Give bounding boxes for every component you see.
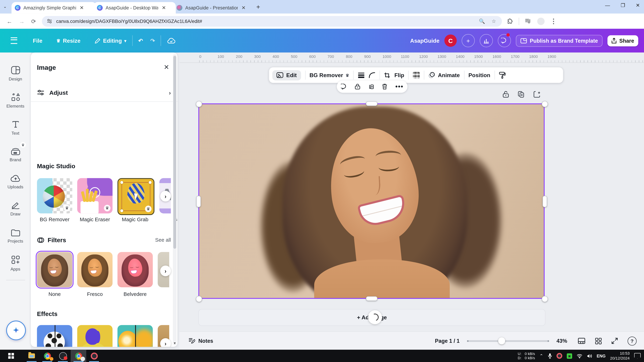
filter-belvedere-tile[interactable] bbox=[118, 252, 153, 287]
redo-button[interactable]: ↷ bbox=[150, 37, 155, 44]
main-menu-button[interactable] bbox=[11, 37, 17, 44]
tab-search-caret-icon[interactable]: ⌄ bbox=[3, 4, 7, 8]
add-page-button[interactable]: + Add page bbox=[198, 309, 546, 326]
sidebar-item-apps[interactable]: Apps bbox=[0, 250, 31, 277]
tray-recorder-icon[interactable] bbox=[556, 353, 562, 359]
filter-fresco-tile[interactable] bbox=[77, 252, 112, 287]
zoom-page-icon[interactable]: 🔍 bbox=[479, 18, 485, 24]
start-button[interactable] bbox=[3, 350, 19, 362]
effect-duotone-tile[interactable] bbox=[77, 325, 112, 347]
browser-menu-icon[interactable]: ⋮ bbox=[550, 17, 557, 25]
sidebar-item-design[interactable]: Design bbox=[0, 60, 31, 87]
sidebar-item-draw[interactable]: Draw bbox=[0, 195, 31, 222]
new-tab-button[interactable]: + bbox=[256, 3, 260, 11]
taskbar-file-explorer[interactable] bbox=[24, 350, 40, 362]
restore-button[interactable]: ❐ bbox=[621, 2, 625, 8]
animate-button[interactable]: Animate bbox=[428, 72, 460, 78]
resize-handle-nw[interactable] bbox=[196, 101, 202, 107]
resize-handle-w[interactable] bbox=[196, 196, 201, 207]
media-controls-icon[interactable] bbox=[525, 18, 532, 24]
volume-icon[interactable] bbox=[587, 354, 592, 358]
sidebar-item-text[interactable]: Text bbox=[0, 114, 31, 141]
adjust-row[interactable]: Adjust › bbox=[37, 86, 171, 99]
grid-view-icon[interactable] bbox=[595, 338, 602, 344]
site-settings-icon[interactable] bbox=[47, 18, 52, 24]
scroll-down-arrow-icon[interactable]: ▼ bbox=[173, 342, 176, 345]
sidebar-item-projects[interactable]: Projects bbox=[0, 222, 31, 250]
undo-button[interactable]: ↶ bbox=[138, 37, 143, 44]
crop-button[interactable] bbox=[384, 72, 390, 78]
magic-studio-magic-grab-tile[interactable]: ♛ bbox=[118, 178, 154, 215]
position-button[interactable]: Position bbox=[468, 72, 490, 78]
effects-scroll-right-button[interactable]: › bbox=[160, 338, 171, 347]
magic-studio-bg-remover-tile[interactable]: ♛ bbox=[37, 178, 72, 214]
browser-tab-1[interactable]: C Amazingly Simple Graphic Desi ✕ bbox=[12, 2, 96, 14]
copy-style-button[interactable] bbox=[499, 72, 506, 79]
filters-see-all-link[interactable]: See all bbox=[155, 237, 171, 243]
tab-close-icon[interactable]: ✕ bbox=[79, 5, 85, 11]
insights-button[interactable] bbox=[480, 34, 493, 47]
edit-image-button[interactable]: Edit bbox=[272, 70, 301, 80]
panel-scrollbar[interactable]: ▼ bbox=[173, 54, 176, 345]
share-button[interactable]: Share bbox=[608, 35, 638, 46]
add-page-icon[interactable] bbox=[534, 91, 540, 98]
wifi-icon[interactable] bbox=[576, 354, 582, 358]
resize-handle-se[interactable] bbox=[542, 296, 548, 302]
resize-handle-s[interactable] bbox=[366, 296, 378, 301]
duplicate-page-icon[interactable] bbox=[518, 91, 524, 98]
tray-expand-icon[interactable]: ⌃ bbox=[540, 353, 544, 359]
tab-close-icon[interactable]: ✕ bbox=[240, 5, 246, 11]
add-member-button[interactable]: + bbox=[462, 34, 475, 47]
effect-shadows-tile[interactable] bbox=[37, 325, 72, 347]
taskbar-obs[interactable] bbox=[55, 350, 70, 362]
sidebar-item-uploads[interactable]: Uploads bbox=[0, 168, 31, 195]
file-menu[interactable]: File bbox=[33, 37, 42, 44]
close-button[interactable]: ✕ bbox=[636, 2, 640, 8]
filter-none-tile[interactable] bbox=[37, 252, 72, 287]
browser-tab-3[interactable]: AsapGuide - Presentation ✕ bbox=[173, 2, 256, 14]
clock[interactable]: 10:53 20/12/2024 bbox=[610, 351, 630, 361]
more-options-icon[interactable]: ••• bbox=[395, 83, 404, 90]
magic-studio-scroll-right-button[interactable]: › bbox=[160, 191, 171, 201]
microphone-icon[interactable] bbox=[548, 353, 552, 359]
help-button[interactable]: ? bbox=[628, 336, 637, 345]
sidebar-item-elements[interactable]: Elements bbox=[0, 87, 31, 114]
resize-handle-e[interactable] bbox=[542, 196, 547, 207]
delete-icon[interactable] bbox=[382, 84, 388, 89]
magic-assistant-button[interactable]: ✦ bbox=[6, 321, 26, 340]
bookmark-star-icon[interactable]: ☆ bbox=[492, 18, 496, 24]
fullscreen-icon[interactable] bbox=[612, 338, 618, 344]
resize-menu[interactable]: ♛Resize bbox=[56, 37, 80, 44]
zoom-level[interactable]: 43% bbox=[556, 338, 567, 344]
tab-close-icon[interactable]: ✕ bbox=[161, 5, 167, 11]
duplicate-icon[interactable] bbox=[368, 84, 374, 90]
panel-close-icon[interactable]: ✕ bbox=[164, 63, 169, 71]
taskbar-chrome-2-active[interactable] bbox=[71, 350, 86, 362]
magic-studio-magic-eraser-tile[interactable]: ♛ bbox=[77, 178, 112, 214]
minimize-button[interactable]: — bbox=[605, 2, 610, 8]
extensions-icon[interactable] bbox=[506, 18, 513, 24]
transparency-button[interactable] bbox=[413, 72, 420, 79]
comment-icon[interactable] bbox=[341, 84, 347, 89]
line-weight-button[interactable] bbox=[358, 72, 365, 78]
flip-button[interactable]: Flip bbox=[394, 72, 404, 78]
forward-icon[interactable]: → bbox=[19, 18, 25, 24]
back-icon[interactable]: ← bbox=[7, 18, 12, 24]
taskbar-chrome-1[interactable] bbox=[40, 350, 55, 362]
effect-blur-tile[interactable] bbox=[118, 325, 153, 347]
unlock-icon[interactable] bbox=[503, 91, 509, 98]
resize-handle-n[interactable] bbox=[366, 101, 378, 106]
tray-app-icon[interactable]: ▣ bbox=[567, 353, 572, 359]
resize-handle-sw[interactable] bbox=[196, 296, 202, 302]
sidebar-item-brand[interactable]: ♛ co Brand bbox=[0, 141, 31, 168]
scrollbar-thumb[interactable] bbox=[173, 56, 176, 249]
notes-button[interactable]: Notes bbox=[188, 338, 213, 344]
publish-brand-template-button[interactable]: Publish as Brand Template bbox=[516, 35, 602, 46]
bg-remover-button[interactable]: BG Remover ♛ bbox=[310, 72, 349, 78]
notifications-icon[interactable] bbox=[634, 353, 641, 359]
zoom-slider-thumb[interactable] bbox=[498, 337, 505, 344]
zoom-slider[interactable] bbox=[467, 340, 549, 342]
pages-view-icon[interactable] bbox=[578, 338, 585, 344]
doc-title[interactable]: AsapGuide bbox=[410, 37, 440, 44]
refresh-icon[interactable]: ⟳ bbox=[31, 18, 36, 24]
